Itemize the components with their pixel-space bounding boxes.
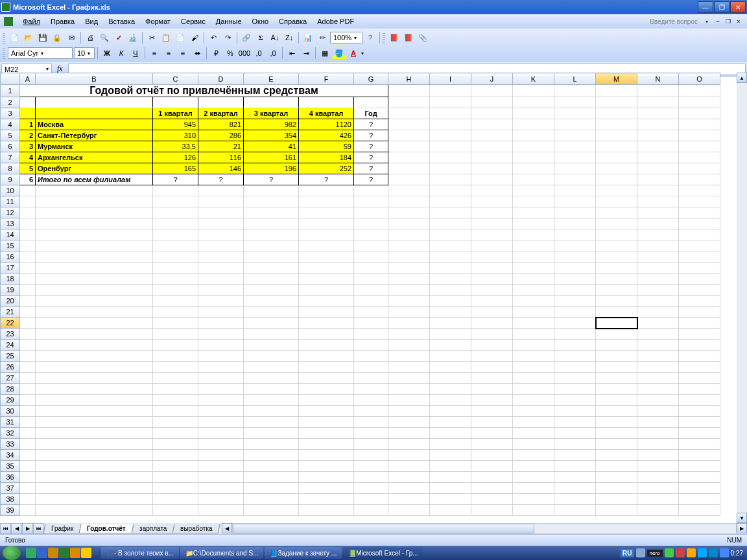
cell[interactable]: 945 (153, 119, 198, 130)
cell[interactable] (513, 307, 554, 318)
cell[interactable] (471, 395, 513, 406)
cell[interactable] (471, 296, 513, 307)
cell[interactable] (299, 185, 354, 196)
cell[interactable] (430, 439, 471, 450)
cell[interactable] (513, 218, 554, 229)
col-header[interactable]: K (513, 73, 554, 85)
cell[interactable] (244, 340, 299, 351)
cell[interactable] (354, 274, 388, 285)
horizontal-scrollbar[interactable]: ◀ ▶ (222, 523, 747, 534)
cell[interactable] (299, 417, 354, 428)
cell[interactable] (430, 384, 471, 395)
cell[interactable] (299, 384, 354, 395)
cell[interactable]: 116 (198, 152, 244, 163)
cell[interactable] (679, 207, 720, 218)
row-header[interactable]: 30 (1, 406, 20, 417)
cell[interactable] (36, 329, 153, 340)
cell[interactable] (20, 329, 36, 340)
cell[interactable] (513, 395, 554, 406)
row-header[interactable]: 13 (1, 218, 20, 229)
row-header[interactable]: 19 (1, 285, 20, 296)
cell[interactable] (20, 296, 36, 307)
cell[interactable] (36, 472, 153, 483)
cell[interactable] (637, 351, 679, 362)
taskbar-item-active[interactable]: 📗 Microsoft Excel - Гр... (343, 547, 423, 559)
cell[interactable] (299, 461, 354, 472)
cell[interactable]: 196 (244, 163, 299, 174)
cell[interactable] (299, 406, 354, 417)
col-header[interactable]: N (637, 73, 679, 85)
cell[interactable] (198, 351, 244, 362)
cell[interactable] (198, 218, 244, 229)
scroll-down-button[interactable]: ▼ (737, 513, 747, 523)
cell[interactable] (554, 307, 596, 318)
cell[interactable] (388, 296, 430, 307)
cell[interactable] (679, 505, 720, 516)
cell[interactable] (299, 240, 354, 251)
cell[interactable] (299, 505, 354, 516)
cell[interactable]: ? (354, 119, 388, 130)
help-question-box[interactable]: Введите вопрос (622, 18, 700, 25)
cell[interactable] (637, 229, 679, 240)
cell[interactable] (244, 461, 299, 472)
scroll-left-button[interactable]: ◀ (222, 523, 232, 533)
cell[interactable]: ? (153, 174, 198, 185)
cell[interactable] (244, 262, 299, 274)
cell[interactable] (471, 185, 513, 196)
cell[interactable] (20, 351, 36, 362)
cell[interactable]: ? (299, 174, 354, 185)
cell[interactable] (596, 417, 637, 428)
cell[interactable] (513, 207, 554, 218)
cell[interactable] (471, 505, 513, 516)
cell-total-label[interactable]: Итого по всем филиалам (36, 174, 153, 185)
cell[interactable] (153, 318, 198, 329)
cell[interactable] (637, 240, 679, 251)
cell[interactable] (554, 384, 596, 395)
cell[interactable] (554, 329, 596, 340)
cell[interactable] (513, 251, 554, 262)
sheet-tab-active[interactable]: Годов.отчёт (79, 524, 134, 533)
cell[interactable] (299, 218, 354, 229)
cell[interactable] (36, 207, 153, 218)
cell[interactable] (198, 185, 244, 196)
cell[interactable] (388, 285, 430, 296)
cell[interactable] (354, 417, 388, 428)
increase-decimal-button[interactable]: ,0 (252, 47, 265, 60)
cell[interactable] (471, 218, 513, 229)
col-header[interactable]: G (354, 73, 388, 85)
cell[interactable] (554, 251, 596, 262)
cell[interactable] (20, 384, 36, 395)
cell[interactable] (153, 351, 198, 362)
cell[interactable] (244, 196, 299, 207)
vertical-scrollbar[interactable]: ▲ ▼ (737, 73, 747, 523)
cell[interactable] (388, 329, 430, 340)
cell[interactable] (153, 185, 198, 196)
cell[interactable]: 165 (153, 163, 198, 174)
cell[interactable] (471, 307, 513, 318)
cell[interactable] (596, 472, 637, 483)
cell[interactable] (388, 207, 430, 218)
cell[interactable] (637, 395, 679, 406)
scroll-right-button[interactable]: ▶ (737, 523, 747, 533)
zoom-combo[interactable]: 100%▾ (330, 32, 362, 43)
cell[interactable] (637, 428, 679, 439)
col-header[interactable]: A (20, 73, 36, 85)
row-header[interactable]: 39 (1, 505, 20, 516)
cell[interactable]: 5 (20, 163, 36, 174)
doc-restore-button[interactable]: ❐ (724, 18, 733, 25)
excel-doc-icon[interactable] (4, 17, 13, 26)
paste-button[interactable]: 📄 (174, 31, 187, 44)
drawing-button[interactable]: ✏ (316, 31, 329, 44)
cell[interactable] (637, 494, 679, 505)
cell[interactable] (198, 196, 244, 207)
cell[interactable] (244, 329, 299, 340)
cell[interactable] (596, 384, 637, 395)
select-all[interactable] (1, 73, 20, 85)
cell[interactable] (198, 483, 244, 494)
col-header[interactable]: F (299, 73, 354, 85)
cell[interactable] (153, 494, 198, 505)
cell[interactable] (20, 274, 36, 285)
tab-first-button[interactable]: ⏮ (0, 523, 11, 534)
cell[interactable] (153, 406, 198, 417)
cell[interactable] (354, 251, 388, 262)
